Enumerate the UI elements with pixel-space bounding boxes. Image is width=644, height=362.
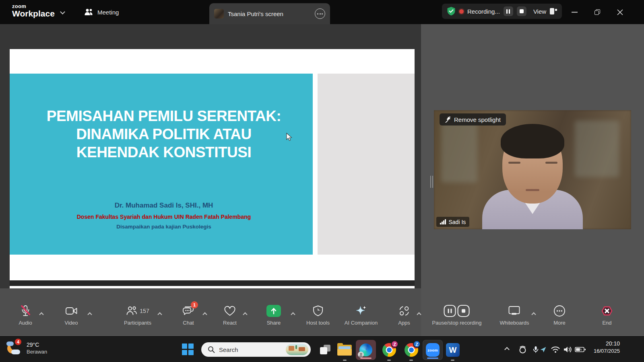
react-label: React xyxy=(223,320,237,326)
ai-companion-sparkle-icon xyxy=(355,305,367,317)
slide-title: PEMISAHAN PEMILU SERENTAK: DINAMIKA POLI… xyxy=(15,107,313,161)
tab-meeting[interactable]: Meeting xyxy=(84,0,119,24)
whiteboards-options-chevron[interactable] xyxy=(532,311,535,318)
more-label: More xyxy=(553,320,566,326)
volume-icon[interactable] xyxy=(563,346,572,354)
zoom-app-button[interactable]: zoom xyxy=(423,340,443,360)
notification-badge: 4 xyxy=(14,338,22,346)
tray-location-icon[interactable] xyxy=(540,346,547,353)
tray-circle-icon[interactable] xyxy=(518,345,527,354)
battery-charging-icon[interactable] xyxy=(575,346,586,352)
wifi-icon[interactable] xyxy=(551,346,560,353)
tab-shared-screen[interactable]: Tsania Putri's screen xyxy=(209,3,330,24)
slide-affiliation: Dosen Fakultas Syariah dan Hukum UIN Rad… xyxy=(15,214,313,220)
apps-button[interactable]: Apps xyxy=(398,305,410,326)
taskbar-clock[interactable]: 20:10 16/07/2025 xyxy=(594,340,620,354)
more-button[interactable]: More xyxy=(553,305,566,326)
start-button[interactable] xyxy=(182,343,194,356)
participant-name: Sadi Is xyxy=(449,219,466,225)
zoom-active-indicator xyxy=(427,358,438,359)
chat-button[interactable]: 1 Chat xyxy=(182,305,194,326)
chrome-button-2[interactable]: Z xyxy=(405,343,418,357)
mouse-cursor xyxy=(286,133,293,142)
stop-recording-button[interactable] xyxy=(517,6,526,16)
audio-button[interactable]: Audio xyxy=(19,305,32,326)
tray-mic-in-use-icon[interactable] xyxy=(533,346,539,353)
zoom-workplace-logo: zoom Workplace xyxy=(12,4,55,18)
search-highlight-image[interactable] xyxy=(286,344,308,355)
participants-button[interactable]: 157 Participants xyxy=(124,305,151,326)
slide-credits: Dr. Muhamad Sadi Is, SHI., MH Dosen Faku… xyxy=(15,202,313,230)
speaker-video-tile[interactable]: Remove spotlight Sadi Is xyxy=(434,110,631,229)
video-button[interactable]: Video xyxy=(64,305,78,326)
word-app-button[interactable]: W xyxy=(446,343,460,357)
chrome-button-1[interactable]: Z xyxy=(382,343,396,357)
pin-icon xyxy=(445,116,451,123)
pause-recording-icon[interactable] xyxy=(444,304,456,317)
close-icon xyxy=(617,9,623,15)
weather-icon: 4 xyxy=(6,340,23,356)
share-button[interactable]: Share xyxy=(266,305,281,326)
shared-screen-viewport: PEMISAHAN PEMILU SERENTAK: DINAMIKA POLI… xyxy=(0,24,421,288)
next-page-edge xyxy=(10,286,415,288)
tray-expand-chevron[interactable] xyxy=(505,348,509,351)
share-options-chevron[interactable] xyxy=(291,311,295,318)
chrome-profile-badge-1: Z xyxy=(391,340,398,348)
host-tools-label: Host tools xyxy=(306,320,330,326)
react-options-chevron[interactable] xyxy=(244,311,247,318)
minimize-button[interactable] xyxy=(565,0,584,24)
view-button-label[interactable]: View xyxy=(533,8,546,15)
meeting-tab-label: Meeting xyxy=(97,9,119,16)
weather-desc: Berawan xyxy=(27,349,47,355)
remove-spotlight-button[interactable]: Remove spotlight xyxy=(440,113,506,125)
host-tools-button[interactable]: Host tools xyxy=(306,305,330,326)
security-shield-icon[interactable] xyxy=(447,6,456,16)
slide-note: Disampaikan pada kajian Puskolegis xyxy=(15,224,313,230)
task-view-button[interactable] xyxy=(320,345,330,354)
speaker-brow-left xyxy=(508,162,520,164)
tab-options-ellipsis-icon[interactable] xyxy=(315,8,325,19)
shared-screen-thumbnail xyxy=(214,9,224,19)
weather-temp: 29°C xyxy=(27,341,47,348)
video-options-chevron[interactable] xyxy=(88,311,91,318)
zoom-app-icon: zoom xyxy=(426,343,440,357)
meeting-toolbar: Audio Video 157 Pa xyxy=(0,298,644,336)
pause-recording-button[interactable] xyxy=(504,6,513,16)
weather-widget[interactable]: 4 29°C Berawan xyxy=(6,340,47,356)
remove-spotlight-label: Remove spotlight xyxy=(454,116,501,123)
panel-resize-handle[interactable] xyxy=(430,176,433,188)
whiteboards-button[interactable]: Whiteboards xyxy=(500,305,529,326)
stop-recording-icon[interactable] xyxy=(457,304,470,317)
end-button[interactable]: End xyxy=(601,305,613,326)
participants-options-chevron[interactable] xyxy=(158,311,161,318)
restore-button[interactable] xyxy=(588,0,607,24)
view-layout-icon[interactable] xyxy=(550,8,557,14)
slide-title-block: PEMISAHAN PEMILU SERENTAK: DINAMIKA POLI… xyxy=(10,74,313,255)
apps-label: Apps xyxy=(398,320,410,326)
search-input[interactable]: Search xyxy=(201,342,311,357)
edge-browser-button[interactable] xyxy=(356,340,376,360)
zoom-meeting-window: zoom Workplace Meeting Tsania Putri's sc… xyxy=(0,0,644,362)
signal-strength-icon xyxy=(440,219,446,224)
speaker-brow-right xyxy=(545,162,557,164)
file-explorer-button[interactable] xyxy=(337,345,352,356)
chevron-down-icon[interactable] xyxy=(60,9,65,14)
word-icon: W xyxy=(449,346,457,355)
slide-title-line3: KEHENDAK KONSTITUSI xyxy=(15,143,313,161)
slide-side-panel xyxy=(318,74,415,255)
apps-options-chevron[interactable] xyxy=(417,311,421,318)
audio-label: Audio xyxy=(19,320,32,326)
close-button[interactable] xyxy=(611,0,629,24)
chat-unread-badge: 1 xyxy=(191,301,198,309)
audio-options-chevron[interactable] xyxy=(40,311,43,318)
recording-label: Recording... xyxy=(467,8,500,15)
chat-options-chevron[interactable] xyxy=(203,311,206,318)
slide-title-line2: DINAMIKA POLITIK ATAU xyxy=(15,125,313,143)
titlebar: zoom Workplace Meeting Tsania Putri's sc… xyxy=(0,0,644,24)
pause-stop-recording-button[interactable]: Pause/stop recording xyxy=(432,305,482,326)
clock-time: 20:10 xyxy=(594,340,620,347)
react-button[interactable]: React xyxy=(223,305,237,326)
participant-name-badge: Sadi Is xyxy=(436,217,469,227)
ai-companion-button[interactable]: AI Companion xyxy=(345,305,378,326)
word-running-indicator xyxy=(451,360,454,361)
